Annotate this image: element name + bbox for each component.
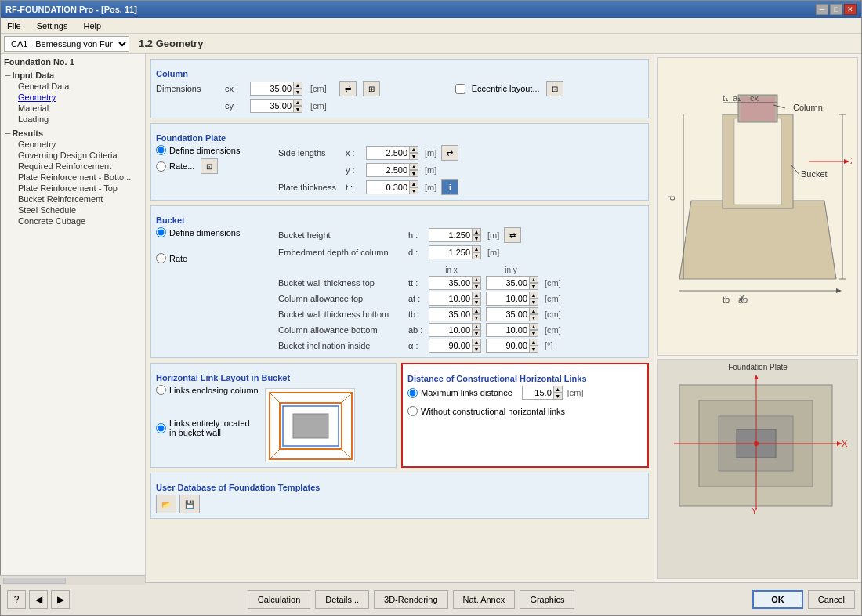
bucket-tt-x-input[interactable] xyxy=(429,276,472,290)
link-radio1[interactable] xyxy=(156,385,166,395)
bucket-d-input[interactable] xyxy=(429,245,472,259)
fp-t-input[interactable] xyxy=(366,180,409,194)
bucket-at-x-down[interactable]: ▼ xyxy=(472,299,481,306)
cx-down[interactable]: ▼ xyxy=(293,89,302,96)
bucket-tb-y-down[interactable]: ▼ xyxy=(529,314,538,321)
bucket-alpha-x-down[interactable]: ▼ xyxy=(472,346,481,353)
ok-button[interactable]: OK xyxy=(752,590,803,609)
close-button[interactable]: ✕ xyxy=(844,4,857,15)
sidebar-item-steel-schedule[interactable]: Steel Schedule xyxy=(5,205,142,216)
bucket-h-input[interactable] xyxy=(429,228,472,242)
cx-link-btn[interactable]: ⊞ xyxy=(363,81,380,96)
fp-x-up[interactable]: ▲ xyxy=(409,146,418,153)
bucket-ab-y-down[interactable]: ▼ xyxy=(529,330,538,337)
bucket-tt-y-input[interactable] xyxy=(486,276,529,290)
fp-x-input[interactable] xyxy=(366,146,409,160)
cx-input[interactable]: 35.00 xyxy=(250,82,293,96)
nat-annex-button[interactable]: Nat. Annex xyxy=(453,590,516,609)
case-combo[interactable]: CA1 - Bemessung von Fundame... xyxy=(4,36,129,52)
link-radio2[interactable] xyxy=(156,423,166,433)
bucket-tb-x-down[interactable]: ▼ xyxy=(472,314,481,321)
bucket-at-y-down[interactable]: ▼ xyxy=(529,299,538,306)
max-distance-radio[interactable] xyxy=(407,388,418,398)
bucket-alpha-y-up[interactable]: ▲ xyxy=(529,339,538,346)
sidebar-item-plate-bottom[interactable]: Plate Reinforcement - Botto... xyxy=(5,172,142,183)
fp-x-btn[interactable]: ⇄ xyxy=(441,145,458,161)
bucket-alpha-x-input[interactable] xyxy=(429,339,472,353)
cy-input[interactable]: 35.00 xyxy=(250,99,293,113)
calculation-button[interactable]: Calculation xyxy=(248,590,310,609)
menu-settings[interactable]: Settings xyxy=(34,20,71,31)
bucket-tb-y-up[interactable]: ▲ xyxy=(529,307,538,314)
bucket-radio2[interactable] xyxy=(156,253,166,263)
bucket-at-x-input[interactable] xyxy=(429,292,472,306)
cy-down[interactable]: ▼ xyxy=(293,106,302,113)
scrollbar-thumb[interactable] xyxy=(3,578,66,583)
bucket-alpha-x-up[interactable]: ▲ xyxy=(472,339,481,346)
fp-radio2[interactable] xyxy=(156,161,166,172)
max-dist-up[interactable]: ▲ xyxy=(553,386,563,393)
sidebar-item-concrete[interactable]: Concrete Cubage xyxy=(5,216,142,226)
cx-up[interactable]: ▲ xyxy=(293,82,302,89)
fp-info-btn[interactable]: i xyxy=(441,179,458,195)
fp-y-input[interactable] xyxy=(366,163,409,177)
fp-y-down[interactable]: ▼ xyxy=(409,170,418,177)
max-distance-input[interactable] xyxy=(522,386,553,400)
bucket-d-up[interactable]: ▲ xyxy=(472,245,481,252)
scrollbar-h[interactable] xyxy=(1,575,145,582)
rendering-button[interactable]: 3D-Rendering xyxy=(374,590,447,609)
bucket-radio1[interactable] xyxy=(156,227,166,237)
fp-x-down[interactable]: ▼ xyxy=(409,153,418,160)
sidebar-item-r-geometry[interactable]: Geometry xyxy=(5,139,142,150)
fp-t-down[interactable]: ▼ xyxy=(409,187,418,194)
sidebar-item-governing[interactable]: Governing Design Criteria xyxy=(5,150,142,161)
graphics-button[interactable]: Graphics xyxy=(520,590,574,609)
prev-btn[interactable]: ◀ xyxy=(29,590,48,609)
bucket-at-x-up[interactable]: ▲ xyxy=(472,292,481,299)
bucket-ab-x-down[interactable]: ▼ xyxy=(472,330,481,337)
sidebar-item-required-reinf[interactable]: Required Reinforcement xyxy=(5,161,142,172)
bucket-ab-x-input[interactable] xyxy=(429,323,472,337)
cx-copy-btn[interactable]: ⇄ xyxy=(339,81,357,96)
bucket-at-y-input[interactable] xyxy=(486,292,529,306)
bucket-tt-y-down[interactable]: ▼ xyxy=(529,283,538,290)
db-load-btn[interactable]: 📂 xyxy=(156,495,176,513)
fp-y-up[interactable]: ▲ xyxy=(409,163,418,170)
cancel-button[interactable]: Cancel xyxy=(808,590,855,609)
bucket-tt-x-up[interactable]: ▲ xyxy=(472,276,481,283)
eccentric-checkbox[interactable] xyxy=(455,84,465,94)
no-links-radio[interactable] xyxy=(407,406,418,416)
bucket-h-btn[interactable]: ⇄ xyxy=(504,227,521,243)
sidebar-item-plate-top[interactable]: Plate Reinforcement - Top xyxy=(5,183,142,194)
sidebar-item-material[interactable]: Material xyxy=(5,103,142,114)
help-btn[interactable]: ? xyxy=(7,590,26,609)
bucket-ab-y-up[interactable]: ▲ xyxy=(529,323,538,330)
maximize-button[interactable]: □ xyxy=(830,4,842,15)
bucket-ab-x-up[interactable]: ▲ xyxy=(472,323,481,330)
menu-help[interactable]: Help xyxy=(80,20,104,31)
bucket-d-down[interactable]: ▼ xyxy=(472,252,481,259)
sidebar-item-general[interactable]: General Data xyxy=(5,81,142,92)
db-save-btn[interactable]: 💾 xyxy=(179,495,200,513)
menu-file[interactable]: File xyxy=(4,20,24,31)
fp-rate-btn[interactable]: ⊡ xyxy=(201,158,218,174)
cy-up[interactable]: ▲ xyxy=(293,99,302,106)
bucket-h-up[interactable]: ▲ xyxy=(472,228,481,235)
fp-t-up[interactable]: ▲ xyxy=(409,180,418,187)
bucket-tb-y-input[interactable] xyxy=(486,307,529,321)
bucket-tb-x-up[interactable]: ▲ xyxy=(472,307,481,314)
bucket-ab-y-input[interactable] xyxy=(486,323,529,337)
bucket-at-y-up[interactable]: ▲ xyxy=(529,292,538,299)
fp-radio1[interactable] xyxy=(156,145,166,155)
bucket-alpha-y-input[interactable] xyxy=(486,339,529,353)
details-button[interactable]: Details... xyxy=(315,590,369,609)
eccentric-btn[interactable]: ⊡ xyxy=(546,81,563,96)
bucket-tb-x-input[interactable] xyxy=(429,307,472,321)
bucket-alpha-y-down[interactable]: ▼ xyxy=(529,346,538,353)
bucket-h-down[interactable]: ▼ xyxy=(472,235,481,242)
bucket-tt-x-down[interactable]: ▼ xyxy=(472,283,481,290)
bucket-tt-y-up[interactable]: ▲ xyxy=(529,276,538,283)
sidebar-item-geometry[interactable]: Geometry xyxy=(5,92,142,103)
next-btn[interactable]: ▶ xyxy=(51,590,70,609)
sidebar-item-loading[interactable]: Loading xyxy=(5,114,142,125)
